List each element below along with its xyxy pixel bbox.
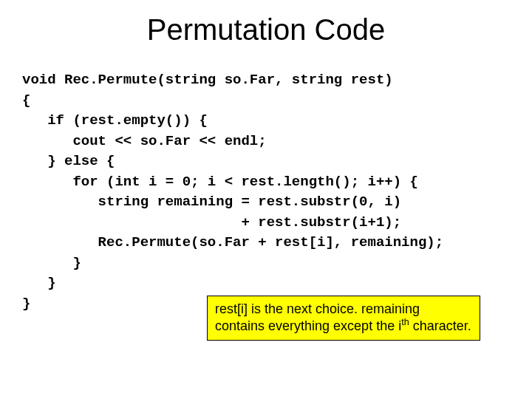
slide-title: Permutation Code xyxy=(0,13,532,47)
code-line: Rec.Permute(so.Far + rest[i], remaining)… xyxy=(22,234,443,250)
code-line: if (rest.empty()) { xyxy=(22,112,208,129)
annotation-superscript: th xyxy=(401,317,409,327)
code-line: void Rec.Permute(string so.Far, string r… xyxy=(22,72,393,88)
code-line: } else { xyxy=(22,153,115,169)
code-line: } xyxy=(22,296,30,312)
code-line: cout << so.Far << endl; xyxy=(22,133,267,149)
slide: Permutation Code void Rec.Permute(string… xyxy=(0,0,532,399)
code-line: } xyxy=(22,275,56,291)
code-block: void Rec.Permute(string so.Far, string r… xyxy=(22,70,517,315)
annotation-text: rest[i] is the next choice. remaining co… xyxy=(215,301,420,333)
code-line: for (int i = 0; i < rest.length(); i++) … xyxy=(22,174,418,190)
code-line: string remaining = rest.substr(0, i) xyxy=(22,194,401,210)
code-line: + rest.substr(i+1); xyxy=(22,214,401,231)
code-line: } xyxy=(22,255,81,271)
code-line: { xyxy=(22,92,30,109)
annotation-text: character. xyxy=(409,318,471,333)
annotation-box: rest[i] is the next choice. remaining co… xyxy=(207,296,480,341)
